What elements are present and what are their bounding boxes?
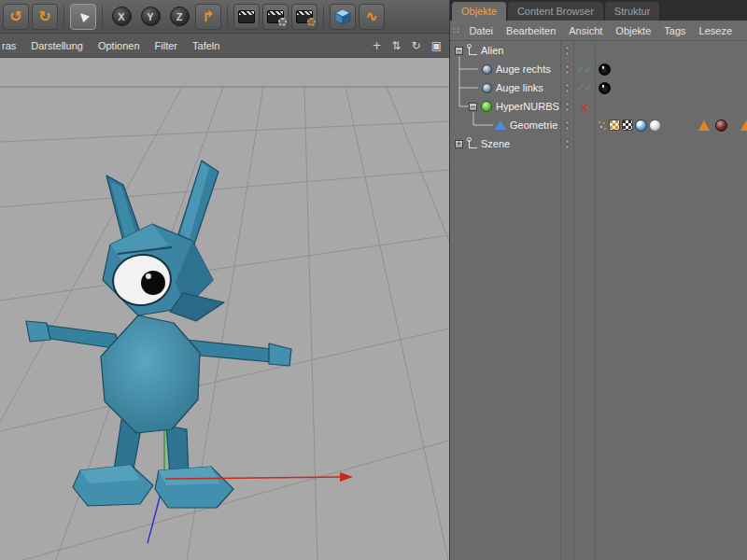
redo-icon: ↻ <box>38 9 50 24</box>
material-sphere-blue-icon[interactable] <box>635 119 647 132</box>
orange-triangle-tag-icon[interactable] <box>698 120 710 131</box>
enabled-checkmarks[interactable]: ✓✓ <box>576 63 591 76</box>
cursor-arrow-icon: ▶ <box>76 8 91 23</box>
visibility-dots[interactable] <box>560 78 573 97</box>
pan-view-icon[interactable]: + <box>372 40 381 51</box>
selection-points-tag-icon[interactable] <box>598 119 607 131</box>
expander-plus[interactable]: + <box>455 140 463 148</box>
orange-triangle-tag-icon[interactable] <box>740 120 747 131</box>
eye-object-icon <box>482 64 492 75</box>
editor-visibility-dot[interactable] <box>565 139 570 144</box>
tree-row-hypernurbs[interactable]: − HyperNURBS × <box>450 97 747 116</box>
editor-visibility-dot[interactable] <box>565 83 570 88</box>
panel-grip-icon[interactable]: ∷ <box>453 25 458 35</box>
object-label[interactable]: HyperNURBS <box>496 101 559 112</box>
object-tree: − Alien Auge rechts <box>450 41 747 560</box>
checker-texture-tag-icon[interactable] <box>622 119 633 131</box>
rotate-view-icon[interactable]: ↻ <box>412 40 421 51</box>
tab-content-browser[interactable]: Content Browser <box>508 2 603 21</box>
eye-material-icon[interactable] <box>599 63 611 76</box>
add-spline-button[interactable]: ∿ <box>359 4 385 30</box>
zoom-view-icon[interactable]: ⇅ <box>392 40 402 51</box>
render-visibility-dot[interactable] <box>565 70 570 75</box>
render-visibility-dot[interactable] <box>565 145 570 149</box>
enabled-checkmarks[interactable]: ✓✓ <box>576 82 591 94</box>
toolbar-separator <box>227 6 228 28</box>
menu-objekte[interactable]: Objekte <box>609 25 657 36</box>
visibility-dots[interactable] <box>560 97 573 116</box>
object-label[interactable]: Geometrie <box>510 119 557 131</box>
editor-visibility-dot[interactable] <box>565 120 570 125</box>
menu-darstellung[interactable]: Darstellung <box>23 40 91 51</box>
toolbar-separator <box>323 6 324 28</box>
editor-visibility-dot[interactable] <box>565 64 570 69</box>
undo-button[interactable]: ↺ <box>3 4 29 30</box>
render-clapper-gear-icon <box>267 10 284 23</box>
tree-rows: − Alien Auge rechts <box>450 41 747 153</box>
tree-row-auge-links[interactable]: Auge links ✓✓ <box>450 78 747 97</box>
live-selection-button[interactable]: ▶ <box>70 4 96 30</box>
object-label[interactable]: Alien <box>481 45 503 56</box>
menu-filter[interactable]: Filter <box>148 40 185 51</box>
render-visibility-dot[interactable] <box>565 107 570 112</box>
visibility-dots[interactable] <box>560 60 573 78</box>
panel-tab-bar: Objekte Content Browser Struktur <box>450 0 747 21</box>
object-label[interactable]: Szene <box>481 138 510 149</box>
expander-minus[interactable]: − <box>469 103 477 111</box>
visibility-dots[interactable] <box>560 116 573 134</box>
menu-lesezeichen[interactable]: Leseze <box>693 25 739 36</box>
material-sphere-maroon-icon[interactable] <box>715 119 727 132</box>
y-axis-lock-icon: Y <box>141 7 161 26</box>
menu-tafeln[interactable]: Tafeln <box>185 40 227 51</box>
coordinate-system-button[interactable]: ↱ <box>195 4 221 30</box>
object-manager-menubar: ∷ Datei Bearbeiten Ansicht Objekte Tags … <box>450 21 747 41</box>
menu-ansicht[interactable]: Ansicht <box>562 25 609 36</box>
tab-struktur[interactable]: Struktur <box>605 2 660 21</box>
object-label[interactable]: Auge rechts <box>496 63 551 75</box>
eye-material-icon[interactable] <box>599 82 611 94</box>
tree-row-szene[interactable]: + Szene <box>450 134 747 153</box>
tree-row-geometrie[interactable]: Geometrie <box>450 116 747 134</box>
render-visibility-dot[interactable] <box>565 126 570 131</box>
lock-y-axis-button[interactable]: Y <box>137 4 163 30</box>
z-axis-lock-icon: Z <box>170 7 190 26</box>
menu-bearbeiten[interactable]: Bearbeiten <box>500 25 562 36</box>
left-pane: ↺ ↻ ▶ X Y Z ↱ <box>0 0 449 560</box>
render-visibility-dot[interactable] <box>565 51 570 56</box>
editor-visibility-dot[interactable] <box>565 102 570 106</box>
spline-icon: ∿ <box>365 9 377 24</box>
toggle-view-icon[interactable]: ▣ <box>431 40 442 51</box>
null-object-icon <box>469 47 477 55</box>
lock-x-axis-button[interactable]: X <box>108 4 134 30</box>
tab-objekte[interactable]: Objekte <box>452 2 506 21</box>
gear-icon <box>307 18 316 26</box>
polygon-object-icon <box>495 120 506 130</box>
expander-minus[interactable]: − <box>455 47 463 55</box>
redo-button[interactable]: ↻ <box>32 4 58 30</box>
render-clapper-orange-gear-icon <box>296 10 313 23</box>
visibility-dots[interactable] <box>560 41 573 60</box>
toolbar-separator <box>102 6 103 28</box>
visibility-dots[interactable] <box>560 134 573 153</box>
material-sphere-white-icon[interactable] <box>649 119 661 132</box>
tree-row-alien[interactable]: − Alien <box>450 41 747 60</box>
viewport-3d[interactable] <box>0 58 449 560</box>
menu-kameras[interactable]: ras <box>0 40 23 51</box>
checker-texture-tag-icon[interactable] <box>609 119 620 131</box>
disabled-cross[interactable]: × <box>580 100 589 114</box>
menu-datei[interactable]: Datei <box>462 25 500 36</box>
lock-z-axis-button[interactable]: Z <box>166 4 192 30</box>
menu-optionen[interactable]: Optionen <box>91 40 148 51</box>
menu-tags[interactable]: Tags <box>657 25 692 36</box>
render-visibility-dot[interactable] <box>565 89 570 93</box>
cinema4d-window: ↺ ↻ ▶ X Y Z ↱ <box>0 0 747 560</box>
editor-visibility-dot[interactable] <box>565 46 570 50</box>
object-label[interactable]: Auge links <box>496 82 543 93</box>
tree-row-auge-rechts[interactable]: Auge rechts ✓✓ <box>450 60 747 78</box>
render-clapper-icon <box>238 10 255 23</box>
render-view-button[interactable] <box>233 4 260 30</box>
render-settings-button[interactable] <box>291 4 317 30</box>
render-picture-viewer-button[interactable] <box>262 4 289 30</box>
add-primitive-cube-button[interactable] <box>330 4 356 30</box>
hypernurbs-object-icon <box>481 101 492 112</box>
